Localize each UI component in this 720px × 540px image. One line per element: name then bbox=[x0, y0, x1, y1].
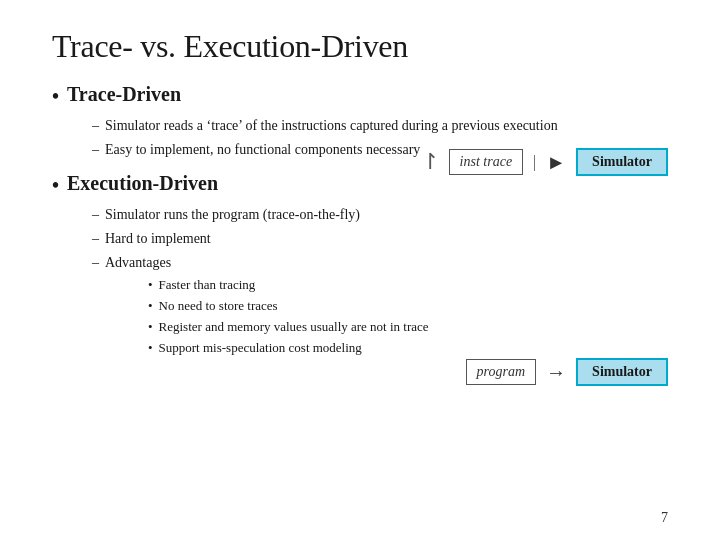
adv-bullet-2: • bbox=[148, 296, 153, 317]
adv-bullet-1: • bbox=[148, 275, 153, 296]
exec-simulator-label: Simulator bbox=[592, 364, 652, 379]
exec-dash-1: – bbox=[92, 204, 99, 226]
trace-arrow-right-icon: ► bbox=[546, 151, 566, 174]
page-number: 7 bbox=[661, 510, 668, 526]
exec-sub-text-1: Simulator runs the program (trace-on-the… bbox=[105, 204, 360, 226]
adv-text-2: No need to store traces bbox=[159, 296, 278, 317]
adv-bullet-3: • bbox=[148, 317, 153, 338]
dash-2: – bbox=[92, 139, 99, 161]
program-label: program bbox=[477, 364, 526, 379]
exec-sub-item-1: – Simulator runs the program (trace-on-t… bbox=[92, 204, 668, 226]
exec-sub-list: – Simulator runs the program (trace-on-t… bbox=[92, 204, 668, 358]
trace-heading-text: Trace-Driven bbox=[67, 83, 181, 106]
trace-bullet: • bbox=[52, 83, 59, 109]
exec-dash-3: – bbox=[92, 252, 99, 274]
trace-simulator-label: Simulator bbox=[592, 154, 652, 169]
adv-item-4: • Support mis-speculation cost modeling bbox=[148, 338, 668, 359]
adv-item-2: • No need to store traces bbox=[148, 296, 668, 317]
exec-arrow-right-icon: → bbox=[546, 361, 566, 384]
adv-text-4: Support mis-speculation cost modeling bbox=[159, 338, 362, 359]
trace-diagram: ↾ inst trace | ► Simulator bbox=[421, 148, 668, 176]
trace-heading: • Trace-Driven bbox=[52, 83, 668, 109]
advantages-list: • Faster than tracing • No need to store… bbox=[148, 275, 668, 358]
inst-trace-label: inst trace bbox=[460, 154, 513, 169]
exec-sub-text-2: Hard to implement bbox=[105, 228, 211, 250]
exec-simulator-box: Simulator bbox=[576, 358, 668, 386]
exec-bullet: • bbox=[52, 172, 59, 198]
inst-arrow-icon: ↾ bbox=[421, 149, 439, 175]
adv-bullet-4: • bbox=[148, 338, 153, 359]
exec-diagram: program → Simulator bbox=[466, 358, 668, 386]
exec-dash-2: – bbox=[92, 228, 99, 250]
adv-text-1: Faster than tracing bbox=[159, 275, 256, 296]
exec-sub-item-3: – Advantages bbox=[92, 252, 668, 274]
exec-sub-text-3: Advantages bbox=[105, 252, 171, 274]
adv-item-3: • Register and memory values usually are… bbox=[148, 317, 668, 338]
exec-heading: • Execution-Driven bbox=[52, 172, 668, 198]
trace-sub-text-2: Easy to implement, no functional compone… bbox=[105, 139, 420, 161]
trace-simulator-box: Simulator bbox=[576, 148, 668, 176]
slide-title: Trace- vs. Execution-Driven bbox=[52, 28, 668, 65]
program-box: program bbox=[466, 359, 537, 385]
adv-text-3: Register and memory values usually are n… bbox=[159, 317, 429, 338]
trace-sub-text-1: Simulator reads a ‘trace’ of the instruc… bbox=[105, 115, 558, 137]
exec-section: • Execution-Driven – Simulator runs the … bbox=[52, 172, 668, 358]
separator-bar: | bbox=[533, 153, 536, 171]
exec-sub-item-2: – Hard to implement bbox=[92, 228, 668, 250]
adv-item-1: • Faster than tracing bbox=[148, 275, 668, 296]
inst-trace-box: inst trace bbox=[449, 149, 524, 175]
trace-sub-item-1: – Simulator reads a ‘trace’ of the instr… bbox=[92, 115, 668, 137]
exec-heading-text: Execution-Driven bbox=[67, 172, 218, 195]
slide: Trace- vs. Execution-Driven • Trace-Driv… bbox=[0, 0, 720, 540]
dash-1: – bbox=[92, 115, 99, 137]
